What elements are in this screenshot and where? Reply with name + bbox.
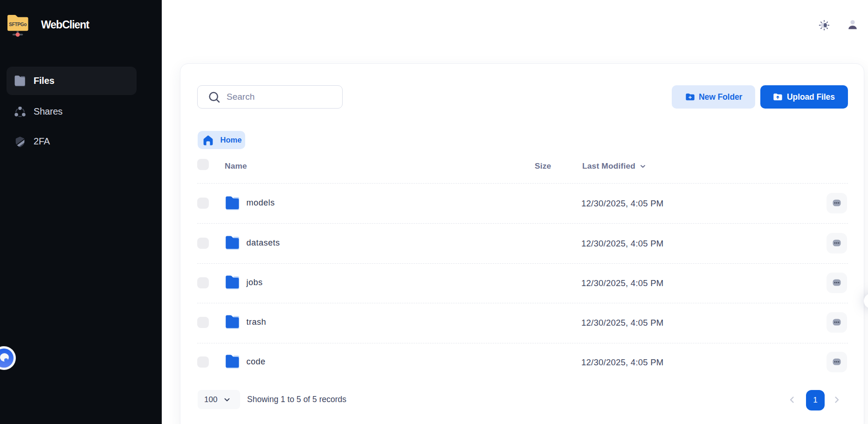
svg-text:SFTPGo: SFTPGo xyxy=(9,22,27,27)
